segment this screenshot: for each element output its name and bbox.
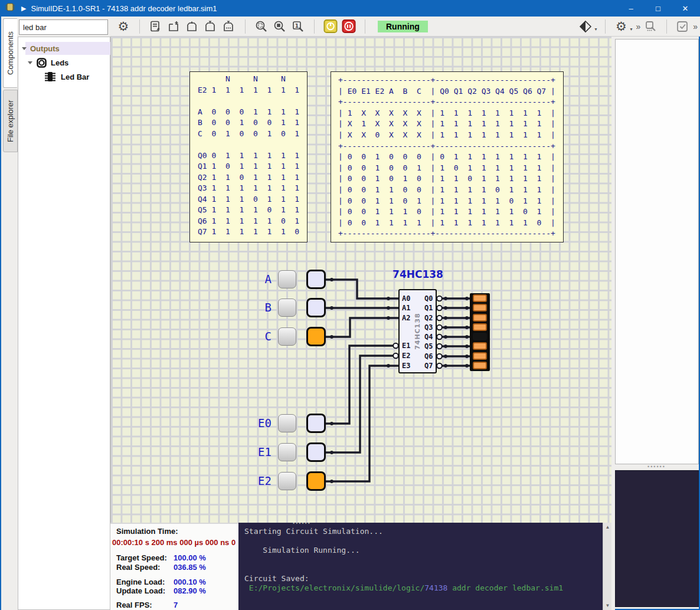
component-search-input[interactable] bbox=[19, 19, 108, 35]
pin-label-e3: E3 bbox=[402, 362, 410, 370]
real-fps-label: Real FPS: bbox=[116, 601, 152, 609]
pin-label-q7: Q7 bbox=[424, 362, 433, 370]
zoom-extents-icon[interactable] bbox=[273, 19, 287, 34]
target-speed-value: 100.00 % bbox=[174, 553, 206, 562]
push-button-b[interactable] bbox=[278, 299, 296, 317]
logic-indicator-e2 bbox=[306, 471, 326, 491]
led-segment-q0 bbox=[473, 294, 487, 302]
pin-label-a1: A1 bbox=[402, 304, 410, 312]
tab-file-explorer[interactable]: File explorer bbox=[3, 90, 18, 152]
logic-indicator-e1 bbox=[306, 442, 326, 462]
inverted-pin-bubble bbox=[393, 353, 398, 359]
led-icon bbox=[36, 57, 47, 68]
zoom-one-label: 1 bbox=[295, 22, 299, 28]
message-console: •••••• Starting Circuit Simulation... Si… bbox=[238, 523, 611, 610]
circuit-canvas[interactable]: N N N E2 1 1 1 1 1 1 1 A 0 0 0 1 1 1 1 B… bbox=[110, 37, 611, 523]
options-checkbox-icon[interactable] bbox=[675, 19, 689, 34]
update-load-value: 082.90 % bbox=[174, 586, 206, 595]
push-button-e1[interactable] bbox=[278, 443, 296, 461]
scroll-up-icon[interactable]: ▲ bbox=[603, 523, 611, 532]
inverted-pin-bubble bbox=[393, 343, 398, 349]
input-label-c: C bbox=[247, 330, 272, 343]
tree-item-leds[interactable]: Leds bbox=[18, 56, 68, 69]
app-settings-gear-icon[interactable]: ⚙ bbox=[614, 19, 628, 34]
tree-item-outputs[interactable]: Outputs bbox=[18, 42, 111, 55]
console-saved-path: E:/Projects/electronix/simulide/logic/ bbox=[244, 583, 424, 592]
pin-label-q4: Q4 bbox=[424, 333, 433, 341]
target-speed-label: Target Speed: bbox=[116, 553, 167, 562]
components-sidebar: Outputs Leds Led Bar bbox=[18, 17, 110, 610]
play-glyph: ▶ bbox=[21, 5, 26, 12]
save-circuit-icon[interactable] bbox=[204, 19, 218, 34]
zoom-one-icon[interactable]: 1 bbox=[291, 19, 305, 34]
power-button[interactable] bbox=[323, 19, 338, 34]
main-toolbar: ⚙ 1 bbox=[110, 17, 700, 37]
pin-label-a0: A0 bbox=[402, 294, 410, 303]
pin-label-q3: Q3 bbox=[424, 323, 433, 332]
overflow-chevron[interactable]: » bbox=[636, 22, 640, 31]
expander-icon[interactable] bbox=[22, 47, 27, 50]
pin-label-q5: Q5 bbox=[424, 342, 433, 350]
push-button-e2[interactable] bbox=[278, 472, 296, 490]
circuit-wires bbox=[111, 37, 611, 523]
push-button-a[interactable] bbox=[278, 270, 296, 288]
pin-label-a2: A2 bbox=[402, 314, 410, 322]
find-component-icon[interactable] bbox=[644, 19, 658, 34]
pin-label-e1: E1 bbox=[402, 342, 410, 350]
properties-panel bbox=[615, 39, 699, 464]
logic-indicator-a bbox=[306, 270, 326, 289]
right-splitter-handle[interactable]: •••••• bbox=[647, 464, 666, 470]
sim-time-value: 00:00:10 s 200 ms 000 µs 000 ns 0 bbox=[112, 538, 235, 547]
input-label-e0: E0 bbox=[247, 416, 272, 429]
input-label-e1: E1 bbox=[247, 445, 272, 458]
real-speed-value: 036.85 % bbox=[174, 563, 206, 572]
input-label-e2: E2 bbox=[247, 474, 272, 487]
component-tree: Outputs Leds Led Bar bbox=[18, 37, 110, 610]
real-fps-value: 7 bbox=[174, 601, 178, 609]
overflow-chevron[interactable]: » bbox=[693, 22, 698, 31]
led-segment-q2 bbox=[473, 314, 487, 322]
push-button-e0[interactable] bbox=[278, 414, 296, 432]
push-button-c[interactable] bbox=[278, 327, 296, 346]
pin-label-q6: Q6 bbox=[424, 352, 433, 360]
zoom-fit-icon[interactable] bbox=[254, 19, 269, 34]
led-segment-q6 bbox=[473, 352, 487, 360]
tab-components[interactable]: Components bbox=[3, 18, 17, 88]
led-segment-q1 bbox=[473, 304, 487, 311]
engine-load-label: Engine Load: bbox=[116, 578, 165, 586]
tree-item-led-bar[interactable]: Led Bar bbox=[18, 70, 89, 83]
maximize-button[interactable]: □ bbox=[645, 0, 672, 17]
app-icon bbox=[5, 2, 15, 15]
led-segment-q7 bbox=[473, 362, 487, 369]
logic-indicator-b bbox=[306, 298, 326, 317]
window-title: SimulIDE-1.1.0-SR1 - 74138 addr decoder … bbox=[31, 4, 217, 13]
settings-gear-icon[interactable]: ⚙ bbox=[116, 19, 130, 34]
pin-label-q1: Q1 bbox=[424, 304, 433, 312]
open-circuit-icon[interactable] bbox=[185, 19, 199, 34]
circuit-info-icon[interactable] bbox=[149, 19, 163, 34]
close-button[interactable]: ✕ bbox=[672, 0, 699, 17]
titlebar: ▶ SimulIDE-1.1.0-SR1 - 74138 addr decode… bbox=[1, 0, 699, 17]
console-log-text: Starting Circuit Simulation... Simulatio… bbox=[244, 527, 383, 583]
pause-button[interactable] bbox=[342, 19, 356, 34]
pin-label-q0: Q0 bbox=[424, 294, 433, 303]
led-bar-icon bbox=[44, 71, 56, 83]
save-circuit-as-icon[interactable] bbox=[222, 19, 236, 34]
led-segment-q5 bbox=[473, 342, 487, 350]
input-label-b: B bbox=[247, 301, 272, 314]
logic-indicator-c bbox=[306, 327, 326, 346]
input-label-a: A bbox=[247, 273, 272, 286]
splitter-handle[interactable]: •••••• bbox=[293, 523, 311, 526]
chip-label[interactable]: 74HC138 bbox=[380, 268, 456, 280]
console-scrollbar[interactable]: ▲ ▼ bbox=[603, 523, 611, 610]
sim-time-label: Simulation Time: bbox=[116, 527, 178, 536]
theme-contrast-icon[interactable] bbox=[578, 19, 593, 34]
simulation-stats-panel: Simulation Time: 00:00:10 s 200 ms 000 µ… bbox=[110, 523, 238, 610]
minimize-button[interactable]: – bbox=[617, 0, 645, 17]
expander-icon[interactable] bbox=[28, 61, 32, 64]
scroll-down-icon[interactable]: ▼ bbox=[603, 601, 611, 610]
app-window: ▶ SimulIDE-1.1.0-SR1 - 74138 addr decode… bbox=[0, 0, 700, 610]
side-tabstrip: Components File explorer bbox=[1, 17, 18, 610]
logic-indicator-e0 bbox=[306, 414, 326, 433]
new-circuit-icon[interactable] bbox=[167, 19, 181, 34]
